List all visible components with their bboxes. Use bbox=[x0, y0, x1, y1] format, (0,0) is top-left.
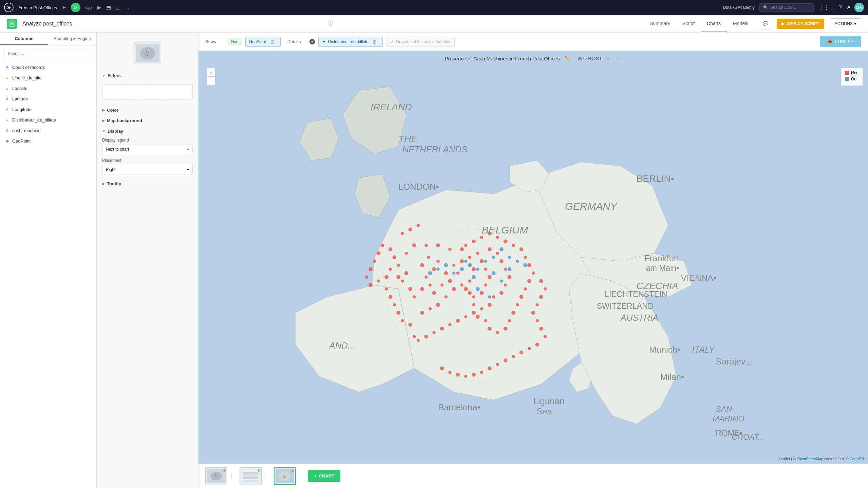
svg-point-83 bbox=[511, 311, 515, 315]
chart-thumb-2[interactable]: 🗑 bbox=[240, 467, 262, 485]
delete-thumb-1[interactable]: 🗑 bbox=[223, 468, 226, 472]
svg-point-135 bbox=[369, 267, 373, 271]
svg-point-127 bbox=[384, 275, 389, 279]
nav-summary[interactable]: Summary bbox=[644, 15, 676, 32]
nav-charts[interactable]: Charts bbox=[701, 15, 727, 32]
list-item[interactable]: # Longitude bbox=[0, 104, 96, 115]
svg-point-142 bbox=[484, 260, 487, 263]
svg-point-131 bbox=[389, 247, 393, 251]
code-icon[interactable]: </> bbox=[85, 5, 93, 11]
more-icon[interactable]: ··· bbox=[125, 5, 130, 11]
leaflet-link[interactable]: Leaflet bbox=[779, 457, 790, 461]
delete-icon[interactable]: 🗑 bbox=[370, 38, 379, 45]
svg-point-141 bbox=[472, 275, 476, 279]
tab-columns[interactable]: Columns bbox=[0, 33, 48, 45]
filters-drop-zone[interactable] bbox=[102, 84, 193, 99]
svg-text:SAN: SAN bbox=[716, 405, 732, 414]
list-item[interactable]: ◉ GeoPoint bbox=[0, 136, 96, 146]
svg-text:AUSTRIA: AUSTRIA bbox=[620, 313, 658, 322]
geopoint-field[interactable]: GeoPoint 🗑 bbox=[245, 37, 281, 47]
trend-icon[interactable]: ↗ bbox=[846, 4, 850, 11]
chart-thumb-1[interactable]: 🗑 bbox=[205, 467, 227, 485]
green-btn[interactable]: ⟳ bbox=[71, 3, 80, 12]
topbar-search[interactable]: 🔍 Search DSS... bbox=[759, 3, 814, 12]
svg-point-31 bbox=[396, 275, 400, 279]
chevron-down-icon: ▾ bbox=[187, 167, 189, 172]
svg-point-157 bbox=[476, 287, 480, 291]
delete-thumb-3[interactable]: 🗑 bbox=[291, 469, 295, 472]
info-icon[interactable]: ⓘ bbox=[328, 20, 333, 27]
list-item[interactable]: # Count of records bbox=[0, 62, 96, 73]
publish-button[interactable]: 📤 PUBLISH bbox=[820, 36, 861, 47]
topbar: French Post Offices ➤ ⟳ </> ▶ ⬒ ⬚ ··· Da… bbox=[0, 0, 868, 15]
help-icon[interactable]: ? bbox=[839, 4, 842, 11]
search-input[interactable] bbox=[4, 49, 92, 58]
filters-section-header[interactable]: ▼ Filters bbox=[97, 70, 198, 81]
placement-select[interactable]: Right ▾ bbox=[102, 165, 193, 174]
avatar[interactable]: DA bbox=[854, 3, 864, 12]
zoom-in-button[interactable]: + bbox=[207, 68, 215, 77]
svg-point-3 bbox=[11, 23, 13, 24]
display-legend-select[interactable]: Next to chart ▾ bbox=[102, 145, 193, 154]
list-item[interactable]: # cash_machine bbox=[0, 125, 96, 136]
tab-sampling[interactable]: Sampling & Engine bbox=[48, 33, 96, 45]
send-icon[interactable]: ➤ bbox=[62, 4, 66, 11]
screen-icon[interactable]: ⬚ bbox=[116, 4, 120, 11]
svg-text:LIECHTENSTEIN: LIECHTENSTEIN bbox=[605, 290, 667, 299]
list-item[interactable]: # Latitude bbox=[0, 94, 96, 104]
delete-icon[interactable]: 🗑 bbox=[268, 38, 277, 45]
main-content: Columns Sampling & Engine # Count of rec… bbox=[0, 33, 868, 488]
delete-thumb-2[interactable]: 🗑 bbox=[257, 468, 261, 472]
carto-link[interactable]: CartoDB bbox=[850, 457, 864, 461]
deploy-icon[interactable]: ⬒ bbox=[106, 4, 111, 11]
list-item[interactable]: ▲ Libellé_du_site bbox=[0, 73, 96, 83]
svg-point-144 bbox=[500, 279, 503, 282]
svg-point-12 bbox=[420, 263, 424, 267]
add-chart-button[interactable]: + CHART bbox=[308, 470, 340, 482]
col-name: Latitude bbox=[12, 96, 28, 101]
legend-item-oui: Oui bbox=[845, 77, 858, 81]
hash-icon: # bbox=[5, 107, 10, 112]
grid-icon[interactable]: ⋮⋮⋮ bbox=[818, 4, 835, 11]
color-picker[interactable]: ● bbox=[309, 39, 315, 44]
osm-link[interactable]: OpenStreetMap bbox=[797, 457, 823, 461]
actions-button[interactable]: ACTIONS ▾ bbox=[830, 18, 861, 29]
svg-point-19 bbox=[460, 259, 464, 263]
list-item[interactable]: ▲ Localité bbox=[0, 83, 96, 94]
svg-text:am Main•: am Main• bbox=[646, 264, 679, 273]
academy-label: Dataiku Academy bbox=[723, 5, 755, 10]
svg-point-156 bbox=[508, 256, 511, 259]
refresh-icon[interactable]: ⟳ bbox=[605, 55, 612, 62]
chart-thumb-3[interactable]: 🗑 bbox=[274, 467, 296, 485]
svg-point-102 bbox=[536, 303, 539, 306]
nav-models[interactable]: Models bbox=[727, 15, 754, 32]
svg-point-32 bbox=[389, 267, 392, 270]
thumb-dots-3[interactable]: ⋮ bbox=[297, 473, 303, 479]
color-label: Color bbox=[107, 108, 118, 113]
svg-point-52 bbox=[496, 252, 499, 255]
svg-point-118 bbox=[448, 371, 451, 374]
display-section-header[interactable]: ▼ Display bbox=[97, 126, 198, 136]
nav-script[interactable]: Script bbox=[676, 15, 701, 32]
placement-value: Right bbox=[106, 167, 115, 172]
svg-point-200 bbox=[283, 476, 284, 477]
svg-point-90 bbox=[524, 256, 527, 259]
tooltip-section-header[interactable]: ▶ Tooltip bbox=[97, 179, 198, 189]
chat-icon[interactable]: 💬 bbox=[760, 18, 771, 30]
play-icon[interactable]: ▶ bbox=[97, 4, 101, 11]
details-field[interactable]: ▼ Distributeur_de_billets 🗑 bbox=[318, 37, 383, 47]
list-item[interactable]: ▲ Distributeur_de_billets bbox=[0, 115, 96, 125]
map-bg-section-header[interactable]: ▶ Map background bbox=[97, 115, 198, 126]
edit-icon[interactable]: ✏️ bbox=[563, 55, 572, 62]
thumb-dots-2[interactable]: ⋮ bbox=[263, 473, 268, 479]
resize-icon: ⤢ bbox=[390, 39, 394, 44]
svg-point-187 bbox=[215, 474, 216, 475]
thumb-dots-1[interactable]: ⋮ bbox=[229, 473, 234, 479]
svg-point-14 bbox=[432, 267, 436, 271]
expand-icon[interactable]: ⤢ bbox=[615, 55, 622, 62]
map-controls: + − bbox=[207, 68, 215, 86]
svg-point-41 bbox=[472, 267, 476, 271]
deploy-script-button[interactable]: ▶ DEPLOY SCRIPT bbox=[777, 19, 824, 29]
color-section-header[interactable]: ▶ Color bbox=[97, 105, 198, 115]
zoom-out-button[interactable]: − bbox=[207, 77, 215, 86]
